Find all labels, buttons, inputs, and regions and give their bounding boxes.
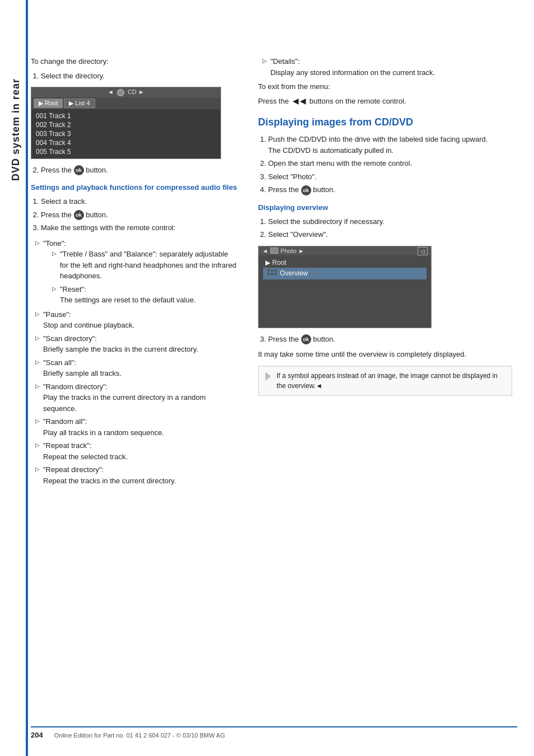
photo-prev: ◄	[262, 248, 268, 254]
track-4: 004 Track 4	[36, 138, 216, 147]
svg-rect-5	[274, 273, 277, 275]
photo-nav-right: ◁	[418, 248, 428, 254]
overview-step-2: Select "Overview".	[268, 229, 512, 240]
tone-item: "Tone": "Treble / Bass" and "Balance": s…	[36, 238, 238, 306]
settings-step-1: Select a track.	[41, 196, 238, 207]
svg-rect-2	[274, 269, 277, 272]
photo-icon	[270, 248, 278, 254]
step-1-item: Select the directory.	[41, 71, 238, 82]
photo-nav-icon: ◁	[418, 247, 428, 255]
footer-copyright: Online Edition for Part no. 01 41 2 604 …	[54, 732, 225, 739]
warning-triangle-icon	[265, 372, 271, 381]
track-2: 002 Track 2	[36, 120, 216, 129]
cd-tabs: ▶ Root ▶ List 4	[31, 97, 221, 109]
root-tab[interactable]: ▶ Root	[34, 99, 63, 108]
repeat-dir-item: "Repeat directory": Repeat the tracks in…	[36, 464, 238, 486]
dvd-step-4-suffix: button.	[313, 185, 335, 194]
details-desc: Display any stored information on the cu…	[270, 68, 435, 77]
settings-step-2-text: Press the	[41, 211, 72, 219]
tone-reset-item: "Reset":The settings are reset to the de…	[53, 284, 238, 306]
photo-step-3-text: Press the	[268, 335, 299, 343]
svg-rect-0	[268, 269, 270, 272]
overview-text: Overview	[280, 269, 308, 277]
two-column-layout: To change the directory: Select the dire…	[31, 56, 512, 489]
settings-step-2: Press the ok button.	[41, 209, 238, 221]
random-dir-label: "Random directory":	[43, 382, 107, 391]
blue-accent-bar	[26, 0, 28, 756]
photo-step-3: Press the ok button.	[268, 334, 512, 345]
note-text: It may take some time until the overview…	[258, 349, 512, 360]
dvd-step-4: Press the ok button.	[268, 184, 512, 195]
photo-content: ▶ Root O	[259, 255, 431, 328]
scan-dir-label: "Scan directory":	[43, 334, 97, 343]
photo-root-row: ▶ Root	[263, 258, 427, 268]
pause-item: "Pause": Stop and continue playback.	[36, 309, 238, 331]
photo-nav: ◄ Photo ►	[262, 248, 305, 254]
footer: 204 Online Edition for Part no. 01 41 2 …	[31, 726, 517, 739]
photo-title: Photo ►	[280, 248, 305, 254]
dvd-step-2: Open the start menu with the remote cont…	[268, 158, 512, 169]
details-item: "Details": Display any stored informatio…	[264, 56, 512, 78]
track-3: 003 Track 3	[36, 129, 216, 138]
photo-root-text: ▶ Root	[265, 259, 287, 267]
settings-title: Settings and playback functions for comp…	[31, 183, 238, 192]
ok-button-icon-2: ok	[74, 210, 84, 220]
photo-step-3-suffix: button.	[313, 335, 335, 343]
exit-desc-text: Press the ◀ ◀ buttons on the remote cont…	[258, 96, 512, 107]
right-column: "Details": Display any stored informatio…	[258, 56, 512, 489]
track-1: 001 Track 1	[36, 111, 216, 120]
list4-tab[interactable]: ▶ List 4	[64, 99, 95, 108]
tone-list: "Tone": "Treble / Bass" and "Balance": s…	[31, 238, 238, 487]
pause-label: "Pause":	[43, 310, 71, 319]
settings-step-3: Make the settings with the remote contro…	[41, 222, 238, 234]
svg-rect-4	[271, 273, 273, 275]
tone-label: "Tone":	[43, 239, 66, 248]
overview-steps: Select the subdirectory if necessary. Se…	[258, 216, 512, 240]
ok-button-icon: ok	[74, 165, 84, 175]
displaying-images-title: Displaying images from CD/DVD	[258, 116, 512, 128]
ok-button-icon-4: ok	[301, 334, 311, 344]
track-list: 001 Track 1 002 Track 2 003 Track 3 004 …	[31, 109, 221, 158]
settings-steps: Select a track. Press the ok button. Mak…	[31, 196, 238, 234]
dvd-step-3: Select "Photo".	[268, 171, 512, 183]
details-list: "Details": Display any stored informatio…	[258, 56, 512, 78]
cd-title-text: ◄ CD ►	[107, 88, 144, 96]
svg-rect-1	[271, 269, 273, 272]
main-content: To change the directory: Select the dire…	[31, 56, 512, 489]
photo-box: ◄ Photo ► ◁ ▶ Root	[258, 246, 432, 328]
dvd-step-1: Push the CD/DVD into the drive with the …	[268, 134, 512, 156]
tone-treble-item: "Treble / Bass" and "Balance": separatel…	[53, 249, 238, 282]
photo-body-area	[263, 281, 427, 325]
dvd-step-4-text: Press the	[268, 185, 299, 194]
photo-overview-row: Overview	[263, 268, 427, 279]
details-label: "Details":	[270, 57, 300, 66]
tone-treble-text: "Treble / Bass" and "Balance": separatel…	[60, 250, 236, 280]
repeat-track-label: "Repeat track":	[43, 441, 92, 450]
repeat-track-desc: Repeat the selected track.	[43, 452, 128, 461]
step-2-suffix: button.	[86, 166, 108, 174]
step-list-1: Select the directory.	[31, 71, 238, 82]
scan-dir-desc: Briefly sample the tracks in the current…	[43, 345, 198, 353]
sidebar-label: DVD system in rear	[10, 78, 26, 181]
exit-desc: Press the	[258, 97, 289, 105]
page-number: 204	[31, 731, 43, 739]
step-2-text: Press the	[41, 166, 72, 174]
tone-sub-list: "Treble / Bass" and "Balance": separatel…	[43, 249, 238, 306]
cd-directory-box: ◄ CD ► ▶ Root ▶ List 4 001 Track 1 002 T…	[31, 87, 221, 159]
track-5: 005 Track 5	[36, 147, 216, 156]
displaying-overview-title: Displaying overview	[258, 203, 512, 212]
scan-all-item: "Scan all": Briefly sample all tracks.	[36, 357, 238, 379]
grid-icon	[268, 269, 277, 278]
exit-menu-text: To exit from the menu:	[258, 81, 512, 92]
intro-text: To change the directory:	[31, 56, 238, 67]
photo-step-3-list: Press the ok button.	[258, 334, 512, 345]
dvd-steps: Push the CD/DVD into the drive with the …	[258, 134, 512, 195]
left-column: To change the directory: Select the dire…	[31, 56, 238, 489]
random-all-desc: Play all tracks in a random sequence.	[43, 428, 164, 437]
exit-suffix: buttons on the remote control.	[310, 97, 406, 105]
svg-rect-3	[268, 273, 270, 275]
random-all-item: "Random all": Play all tracks in a rando…	[36, 416, 238, 438]
step-1-text: Select the directory.	[41, 72, 105, 80]
scan-all-desc: Briefly sample all tracks.	[43, 369, 121, 377]
random-dir-desc: Play the tracks in the current directory…	[43, 393, 205, 413]
